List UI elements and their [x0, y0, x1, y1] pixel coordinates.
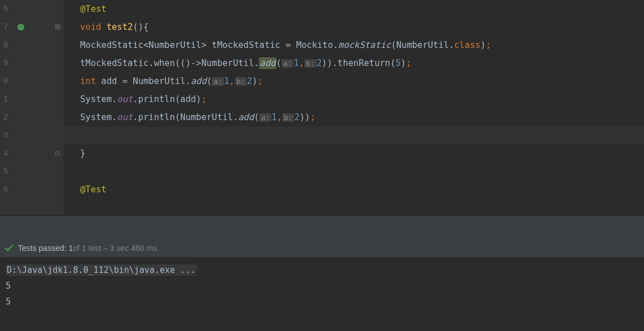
- class-ref: Mockito: [296, 40, 333, 50]
- class-ref: NumberUtil: [133, 76, 185, 86]
- console-toolbar-gap: [0, 216, 644, 239]
- line-number: 6: [0, 185, 50, 194]
- gutter-line[interactable]: 9: [0, 54, 63, 72]
- param-hint: a:: [212, 77, 224, 86]
- method-call: thenReturn: [338, 58, 390, 68]
- class-ref: NumberUtil: [396, 40, 449, 50]
- tests-passed-count: 1: [69, 244, 73, 253]
- run-test-icon[interactable]: [17, 23, 25, 31]
- annotation: @Test: [80, 184, 107, 195]
- code-line[interactable]: }: [63, 144, 644, 162]
- console-output[interactable]: D:\Java\jdk1.8.0_112\bin\java.exe ... 5 …: [0, 258, 644, 331]
- line-number: 0: [0, 77, 50, 86]
- method-call: add: [191, 76, 207, 86]
- class-ref: MockedStatic: [80, 40, 143, 50]
- gutter-line[interactable]: 6: [0, 0, 63, 18]
- console-panel: Tests passed: 1 of 1 test – 3 sec 480 ms…: [0, 215, 644, 331]
- keyword-void: void: [80, 22, 101, 32]
- gutter-line[interactable]: 7: [0, 18, 63, 36]
- gutter: 6 7 8 9 0 1 2 3 4 5 6: [0, 0, 63, 215]
- code-line[interactable]: @Test: [63, 180, 644, 198]
- number-literal: 1: [224, 76, 229, 86]
- gutter-line[interactable]: 4: [0, 144, 63, 162]
- gutter-line[interactable]: 2: [0, 108, 63, 126]
- line-number: 1: [0, 95, 50, 104]
- line-number: 4: [0, 149, 50, 158]
- code-area[interactable]: @Test void test2(){ MockedStatic<NumberU…: [63, 0, 644, 215]
- class-ref: System: [80, 94, 112, 104]
- line-number: 8: [0, 41, 50, 50]
- line-number: 5: [0, 167, 50, 176]
- static-field: out: [117, 94, 133, 104]
- fold-open-icon[interactable]: [54, 24, 60, 30]
- param-hint: b:: [304, 59, 317, 68]
- number-literal: 1: [293, 58, 299, 68]
- param-hint: a:: [259, 113, 271, 122]
- method-call-highlighted: add: [259, 58, 276, 69]
- tests-total-text: of 1 test – 3 sec 480 ms: [73, 244, 157, 253]
- method-call: add: [238, 112, 254, 122]
- static-field: out: [117, 112, 133, 122]
- line-number: 2: [0, 113, 50, 122]
- gutter-line[interactable]: 0: [0, 72, 63, 90]
- number-literal: 2: [294, 112, 299, 122]
- method-name: test2: [107, 22, 133, 32]
- tests-passed-label: Tests passed:: [18, 244, 67, 253]
- code-line[interactable]: @Test: [63, 0, 644, 18]
- line-number: 9: [0, 59, 50, 68]
- number-literal: 2: [247, 76, 252, 86]
- method-call: when: [154, 58, 175, 68]
- gutter-line[interactable]: 6: [0, 180, 63, 198]
- console-line: 5: [6, 278, 638, 294]
- annotation: @Test: [80, 4, 107, 14]
- method-call: println: [138, 94, 175, 104]
- gutter-line[interactable]: 1: [0, 90, 63, 108]
- editor-wrapper: 6 7 8 9 0 1 2 3 4 5 6 @Test void t: [0, 0, 644, 215]
- class-ref: NumberUtil: [201, 58, 254, 68]
- class-ref: NumberUtil: [148, 40, 201, 50]
- code-line[interactable]: System.out.println(NumberUtil.add( a: 1,…: [63, 108, 644, 126]
- code-line[interactable]: void test2(){: [63, 18, 644, 36]
- number-literal: 1: [271, 112, 277, 122]
- console-line: 5: [6, 294, 638, 310]
- variable: add: [180, 94, 196, 104]
- keyword-class: class: [454, 40, 481, 50]
- method-call: mockStatic: [338, 40, 391, 50]
- param-hint: a:: [282, 59, 294, 68]
- fold-close-icon[interactable]: [54, 151, 60, 157]
- keyword-int: int: [80, 76, 96, 86]
- check-icon: [5, 244, 14, 253]
- test-status-bar: Tests passed: 1 of 1 test – 3 sec 480 ms: [0, 239, 644, 258]
- code-line[interactable]: MockedStatic<NumberUtil> tMockedStatic =…: [63, 36, 644, 54]
- console-command: D:\Java\jdk1.8.0_112\bin\java.exe ...: [6, 264, 196, 276]
- gutter-line[interactable]: 3: [0, 126, 63, 144]
- code-line-caret[interactable]: [63, 126, 644, 144]
- code-line[interactable]: [63, 162, 644, 180]
- gutter-line[interactable]: 5: [0, 162, 63, 180]
- variable: tMockedStatic: [212, 40, 280, 50]
- number-literal: 5: [396, 58, 401, 68]
- gutter-line[interactable]: 8: [0, 36, 63, 54]
- method-call: println: [138, 112, 175, 122]
- param-hint: b:: [282, 113, 295, 122]
- line-number: 7: [0, 23, 50, 32]
- class-ref: System: [80, 112, 112, 122]
- variable: add: [101, 76, 117, 86]
- line-number: 6: [0, 5, 50, 14]
- variable: tMockedStatic: [80, 58, 148, 68]
- line-number: 3: [0, 131, 50, 140]
- code-line[interactable]: tMockedStatic.when(()->NumberUtil.add( a…: [63, 54, 644, 72]
- code-line[interactable]: System.out.println(add);: [63, 90, 644, 108]
- param-hint: b:: [235, 77, 247, 86]
- code-line[interactable]: int add = NumberUtil.add( a: 1, b: 2);: [63, 72, 644, 90]
- class-ref: NumberUtil: [180, 112, 233, 122]
- number-literal: 2: [317, 58, 322, 68]
